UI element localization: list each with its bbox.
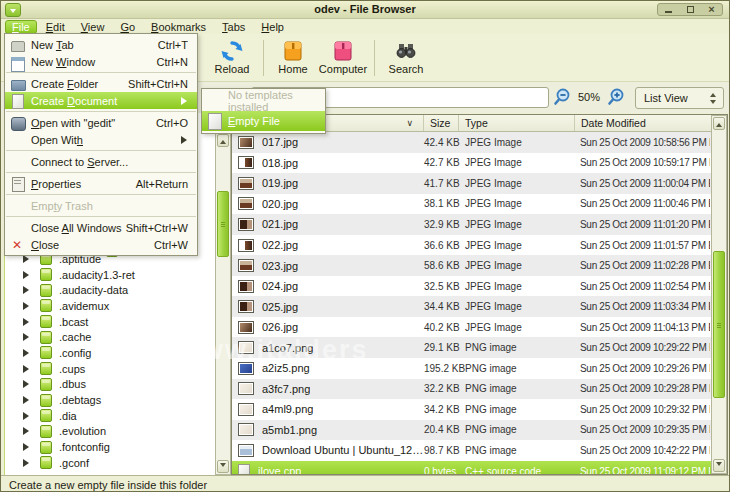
minimize-button[interactable] xyxy=(665,11,672,13)
sidebar-scrollbar[interactable] xyxy=(215,132,231,475)
file-row[interactable]: a2iz5.png 195.2 KB PNG image Sun 25 Oct … xyxy=(232,358,711,379)
maximize-button[interactable] xyxy=(687,6,694,13)
file-row[interactable]: 023.jpg 58.6 KB JPEG Image Sun 25 Oct 20… xyxy=(232,255,711,276)
menu-item[interactable]: Create Folder Shift+Ctrl+N xyxy=(5,75,197,92)
menubar-item[interactable]: Help xyxy=(254,20,291,34)
column-header-type[interactable]: Type xyxy=(459,115,575,131)
tree-item[interactable]: .gconf xyxy=(5,455,215,471)
file-row[interactable]: 024.jpg 32.5 KB JPEG Image Sun 25 Oct 20… xyxy=(232,276,711,297)
expander-icon[interactable] xyxy=(23,380,33,388)
computer-button[interactable]: Computer xyxy=(317,37,369,79)
submenu-item[interactable]: No templates installed xyxy=(202,91,325,111)
reload-button[interactable]: Reload xyxy=(206,37,258,79)
menu-item[interactable]: Empty Trash xyxy=(5,197,197,214)
folder-icon xyxy=(40,378,52,391)
home-button[interactable]: Home xyxy=(269,37,317,79)
tree-item[interactable]: .fontconfig xyxy=(5,439,215,455)
tree-item[interactable]: .audacity-data xyxy=(5,282,215,298)
tree-item[interactable]: .cache xyxy=(5,329,215,345)
scrollbar-thumb[interactable] xyxy=(217,191,229,257)
scroll-down-button[interactable] xyxy=(713,459,725,472)
scrollbar-thumb[interactable] xyxy=(713,251,725,398)
search-button[interactable]: Search xyxy=(380,37,432,79)
view-mode-select[interactable]: List View xyxy=(635,87,724,109)
zoom-out-button[interactable] xyxy=(553,88,571,106)
tree-item[interactable]: .bcast xyxy=(5,314,215,330)
tree-item[interactable]: .evolution xyxy=(5,424,215,440)
expander-icon[interactable] xyxy=(23,302,33,310)
menubar-item[interactable]: View xyxy=(74,20,112,34)
scroll-down-button[interactable] xyxy=(217,460,229,473)
file-thumbnail-icon xyxy=(238,197,254,210)
file-row[interactable]: 026.jpg 40.2 KB JPEG Image Sun 25 Oct 20… xyxy=(232,317,711,338)
file-row[interactable]: 018.jpg 42.7 KB JPEG Image Sun 25 Oct 20… xyxy=(232,153,711,174)
file-row[interactable]: 017.jpg 42.4 KB JPEG Image Sun 25 Oct 20… xyxy=(232,132,711,153)
tree-item[interactable]: .debtags xyxy=(5,392,215,408)
file-row[interactable]: 022.jpg 36.6 KB JPEG Image Sun 25 Oct 20… xyxy=(232,235,711,256)
list-scrollbar[interactable] xyxy=(711,115,727,474)
menu-item-icon xyxy=(10,132,26,148)
expander-icon[interactable] xyxy=(23,443,33,451)
file-row[interactable]: a1co7.png 29.1 KB PNG image Sun 25 Oct 2… xyxy=(232,337,711,358)
file-row[interactable]: a4ml9.png 34.2 KB PNG image Sun 25 Oct 2… xyxy=(232,399,711,420)
column-header-size[interactable]: Size xyxy=(424,115,459,131)
file-row[interactable]: Download Ubuntu | Ubuntu_12565... 98.7 K… xyxy=(232,440,711,461)
file-row[interactable]: 019.jpg 41.7 KB JPEG Image Sun 25 Oct 20… xyxy=(232,173,711,194)
expander-icon[interactable] xyxy=(23,427,33,435)
spinner-icon xyxy=(710,90,723,107)
file-row[interactable]: ilove.cpp 0 bytes C++ source code Sun 25… xyxy=(232,461,711,474)
tree-item[interactable]: .config xyxy=(5,345,215,361)
expander-icon[interactable] xyxy=(23,318,33,326)
expander-icon[interactable] xyxy=(23,396,33,404)
menu-item[interactable]: Connect to Server... xyxy=(5,153,197,170)
menu-item[interactable]: New Window Ctrl+N xyxy=(5,53,197,70)
expander-icon[interactable] xyxy=(23,365,33,373)
tree-item[interactable]: .dia xyxy=(5,408,215,424)
tree-item[interactable]: .dbus xyxy=(5,377,215,393)
file-row[interactable]: 025.jpg 34.4 KB JPEG Image Sun 25 Oct 20… xyxy=(232,296,711,317)
expander-icon[interactable] xyxy=(23,333,33,341)
menubar-item[interactable]: Bookmarks xyxy=(144,20,213,34)
expander-icon[interactable] xyxy=(23,412,33,420)
file-row[interactable]: a3fc7.png 32.2 KB PNG image Sun 25 Oct 2… xyxy=(232,379,711,400)
expander-icon[interactable] xyxy=(23,286,33,294)
tree-item[interactable]: .audacity1.3-ret xyxy=(5,267,215,283)
submenu-item[interactable]: Empty File xyxy=(202,111,325,131)
menubar-item[interactable]: Edit xyxy=(39,20,72,34)
expander-icon[interactable] xyxy=(23,271,33,279)
menu-separator xyxy=(6,216,196,217)
file-row[interactable]: 020.jpg 38.1 KB JPEG Image Sun 25 Oct 20… xyxy=(232,194,711,215)
menu-item-icon xyxy=(10,93,26,109)
file-thumbnail-icon xyxy=(238,382,254,395)
menu-item[interactable]: Close All Windows Shift+Ctrl+W xyxy=(5,219,197,236)
menu-item[interactable]: Close Ctrl+W xyxy=(5,236,197,253)
scroll-up-button[interactable] xyxy=(713,117,725,130)
menu-separator xyxy=(6,150,196,151)
zoom-in-button[interactable] xyxy=(607,88,625,106)
tree-item[interactable]: .avidemux xyxy=(5,298,215,314)
menu-item-icon xyxy=(10,76,26,92)
scroll-up-button[interactable] xyxy=(217,134,229,147)
menubar-item[interactable]: File xyxy=(5,20,37,34)
menu-item[interactable]: New Tab Ctrl+T xyxy=(5,36,197,53)
menubar-item[interactable]: Go xyxy=(113,20,142,34)
expander-icon[interactable] xyxy=(23,459,33,467)
expander-icon[interactable] xyxy=(23,255,33,263)
file-rows: 017.jpg 42.4 KB JPEG Image Sun 25 Oct 20… xyxy=(232,132,711,474)
menu-item[interactable]: Properties Alt+Return xyxy=(5,175,197,192)
file-thumbnail-icon xyxy=(238,341,254,354)
close-button[interactable]: × xyxy=(708,5,714,14)
tree-item[interactable]: .cups xyxy=(5,361,215,377)
file-row[interactable]: a5mb1.png 20.4 KB PNG image Sun 25 Oct 2… xyxy=(232,420,711,441)
column-header-date[interactable]: Date Modified xyxy=(575,115,710,131)
menu-item[interactable]: Open with "gedit" Ctrl+O xyxy=(5,114,197,131)
menubar-item[interactable]: Tabs xyxy=(215,20,252,34)
menu-item[interactable]: Open With xyxy=(5,131,197,148)
expander-icon[interactable] xyxy=(23,349,33,357)
file-row[interactable]: 021.jpg 32.9 KB JPEG Image Sun 25 Oct 20… xyxy=(232,214,711,235)
menubar: FileEditViewGoBookmarksTabsHelp xyxy=(1,19,729,34)
statusbar: Create a new empty file inside this fold… xyxy=(1,475,729,492)
file-menu: New Tab Ctrl+T New Window Ctrl+N Create … xyxy=(4,33,198,256)
folder-icon xyxy=(40,315,52,328)
menu-item[interactable]: Create Document xyxy=(5,92,197,109)
